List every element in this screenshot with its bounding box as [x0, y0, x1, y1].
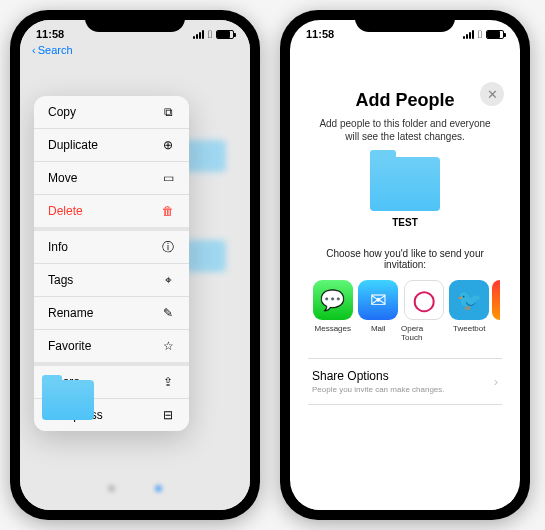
folder-name: TEST [308, 217, 502, 228]
selected-folder[interactable] [42, 380, 94, 420]
page-dots [108, 485, 162, 492]
notch [355, 10, 455, 32]
status-time: 11:58 [306, 28, 334, 40]
battery-icon [486, 30, 504, 39]
menu-item-move[interactable]: Move▭ [34, 162, 189, 195]
tag-icon: ⌖ [161, 273, 175, 287]
share-icon: ⇪ [161, 375, 175, 389]
share-app-overflow[interactable] [492, 280, 500, 320]
phone-right: 11:58 􀙇 ✕ Add People Add people to this … [280, 10, 530, 520]
app-icon: 💬 [313, 280, 353, 320]
pencil-icon: ✎ [161, 306, 175, 320]
menu-item-label: Move [48, 171, 77, 185]
menu-item-favorite[interactable]: Favorite☆ [34, 330, 189, 366]
share-app-tweetbot[interactable]: 🐦Tweetbot [447, 280, 493, 342]
share-app-opera-touch[interactable]: ◯Opera Touch [401, 280, 447, 342]
folder-icon [370, 157, 440, 211]
menu-item-info[interactable]: Infoⓘ [34, 231, 189, 264]
chevron-left-icon: ‹ [32, 44, 36, 56]
folder-icon [42, 380, 94, 420]
back-button[interactable]: ‹ Search [20, 42, 250, 58]
status-time: 11:58 [36, 28, 64, 40]
close-button[interactable]: ✕ [480, 82, 504, 106]
share-app-mail[interactable]: ✉︎Mail [356, 280, 402, 342]
menu-item-label: Favorite [48, 339, 91, 353]
menu-item-copy[interactable]: Copy⧉ [34, 96, 189, 129]
menu-item-duplicate[interactable]: Duplicate⊕ [34, 129, 189, 162]
battery-icon [216, 30, 234, 39]
star-icon: ☆ [161, 339, 175, 353]
signal-icon [463, 30, 474, 39]
share-options-subtitle: People you invite can make changes. [312, 385, 445, 394]
share-app-messages[interactable]: 💬Messages [310, 280, 356, 342]
sheet-subtitle: Add people to this folder and everyone w… [308, 117, 502, 143]
menu-item-label: Copy [48, 105, 76, 119]
menu-item-rename[interactable]: Rename✎ [34, 297, 189, 330]
trash-icon: 🗑 [161, 204, 175, 218]
menu-item-label: Duplicate [48, 138, 98, 152]
app-icon: 🐦 [449, 280, 489, 320]
menu-item-label: Tags [48, 273, 73, 287]
menu-item-label: Delete [48, 204, 83, 218]
chevron-right-icon: › [494, 374, 498, 389]
copy-icon: ⧉ [161, 105, 175, 119]
app-label: Messages [315, 324, 351, 333]
wifi-icon: 􀙇 [478, 28, 482, 40]
duplicate-icon: ⊕ [161, 138, 175, 152]
back-label: Search [38, 44, 73, 56]
share-options-title: Share Options [312, 369, 445, 383]
app-icon: ◯ [404, 280, 444, 320]
app-label: Tweetbot [453, 324, 485, 333]
share-options-row[interactable]: Share Options People you invite can make… [308, 358, 502, 405]
sheet-title: Add People [308, 90, 502, 111]
close-icon: ✕ [487, 87, 498, 102]
screen-right: 11:58 􀙇 ✕ Add People Add people to this … [290, 20, 520, 510]
info-icon: ⓘ [161, 240, 175, 254]
menu-item-label: Info [48, 240, 68, 254]
archive-icon: ⊟ [161, 408, 175, 422]
app-row: 💬Messages✉︎Mail◯Opera Touch🐦Tweetbot [308, 280, 502, 342]
phone-left: 11:58 􀙇 ‹ Search Copy⧉Duplicate⊕Move▭Del… [10, 10, 260, 520]
menu-item-label: Rename [48, 306, 93, 320]
signal-icon [193, 30, 204, 39]
folder-preview [370, 157, 440, 211]
app-icon: ✉︎ [358, 280, 398, 320]
invite-label: Choose how you'd like to send your invit… [308, 248, 502, 270]
menu-item-delete[interactable]: Delete🗑 [34, 195, 189, 231]
app-label: Mail [371, 324, 386, 333]
screen-left: 11:58 􀙇 ‹ Search Copy⧉Duplicate⊕Move▭Del… [20, 20, 250, 510]
notch [85, 10, 185, 32]
wifi-icon: 􀙇 [208, 28, 212, 40]
app-label: Opera Touch [401, 324, 447, 342]
folder-icon: ▭ [161, 171, 175, 185]
add-people-sheet: ✕ Add People Add people to this folder a… [296, 72, 514, 510]
menu-item-tags[interactable]: Tags⌖ [34, 264, 189, 297]
